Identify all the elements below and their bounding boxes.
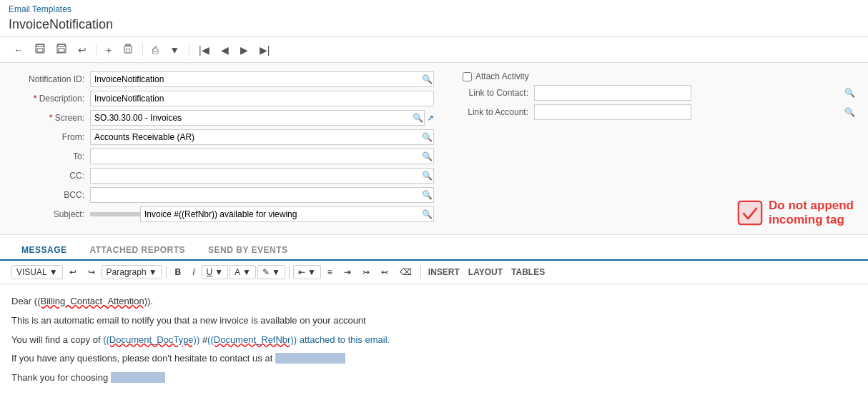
notification-id-search-icon[interactable]: 🔍 [422,74,433,84]
highlight-chevron-icon: ▼ [272,267,280,277]
cc-search-icon[interactable]: 🔍 [422,171,433,181]
to-wrap: 🔍 [90,149,434,164]
bold-button[interactable]: B [170,264,187,280]
link-to-contact-input[interactable] [534,85,691,101]
subject-input[interactable] [140,206,434,222]
align-right-button[interactable]: ⇥ [339,264,356,280]
tables-label[interactable]: TABLES [508,265,548,279]
link-to-account-row: Link to Account: 🔍 [455,104,857,120]
add-button[interactable]: + [101,41,117,59]
font-color-chevron-icon: ▼ [242,267,251,277]
link-to-contact-search-icon[interactable]: 🔍 [844,88,855,98]
bcc-row: BCC: 🔍 [11,187,434,203]
italic-button[interactable]: I [187,264,199,280]
editor-toolbar: VISUAL ▼ ↩ ↪ Paragraph ▼ B I U ▼ A ▼ ✎ ▼… [0,261,868,284]
attach-activity-label: Attach Activity [475,71,529,81]
company-placeholder [111,372,165,383]
bcc-label: BCC: [11,190,90,200]
screen-wrap: 🔍 [90,110,425,126]
prev-button[interactable]: ◀ [216,41,234,59]
save-current-button[interactable] [30,40,50,59]
link-to-account-search-icon[interactable]: 🔍 [844,107,855,117]
from-wrap: 🔍 [90,129,434,145]
link-to-contact-label: Link to Contact: [455,88,534,98]
from-row: From: 🔍 [11,129,434,145]
link-to-account-wrap: 🔍 [534,104,857,120]
copy-button[interactable]: ⎙ [147,41,163,59]
billing-contact-token: ((Billing_Contact_Attention)) [34,296,151,306]
notification-id-wrap: 🔍 [90,71,434,87]
form-left-col: Notification ID: 🔍 Description: Screen: … [11,71,434,226]
editor-body[interactable]: Dear ((Billing_Contact_Attention)). This… [0,284,868,400]
link-to-account-input[interactable] [534,104,691,120]
cc-wrap: 🔍 [90,168,434,184]
toolbar-separator [96,43,97,57]
notification-id-input[interactable] [90,71,434,87]
ed-separator1 [166,266,167,279]
toolbar-separator2 [142,43,143,57]
tab-send-by-events[interactable]: SEND BY EVENTS [198,241,297,259]
doc-type-token: ((Document_DocType)) [103,334,199,345]
screen-row: Screen: 🔍 ↗ [11,110,434,126]
first-button[interactable]: |◀ [194,41,214,59]
align-center-button[interactable]: ≡ [322,264,337,280]
outdent-button[interactable]: ↢ [376,264,393,280]
svg-rect-5 [59,49,64,52]
paragraph-chevron-icon: ▼ [149,267,157,277]
cc-input[interactable] [90,168,434,184]
checkmark-icon [737,200,763,226]
attach-activity-checkbox[interactable] [463,72,472,81]
subject-search-icon[interactable]: 🔍 [422,209,433,219]
tab-message[interactable]: MESSAGE [11,241,77,261]
tab-attached-reports[interactable]: ATTACHED REPORTS [80,241,196,259]
screen-input[interactable] [90,110,425,126]
tabs-bar: MESSAGE ATTACHED REPORTS SEND BY EVENTS [0,235,868,261]
next-button[interactable]: ▶ [235,41,253,59]
last-button[interactable]: ▶| [255,41,275,59]
from-input[interactable] [90,129,434,145]
message-line4: If you have any questions, please don't … [11,351,857,366]
back-button[interactable]: ← [9,41,29,59]
to-input[interactable] [90,149,434,164]
from-search-icon[interactable]: 🔍 [422,132,433,142]
layout-label[interactable]: LAYOUT [465,265,506,279]
screen-external-icon[interactable]: ↗ [427,113,434,123]
paragraph-dropdown[interactable]: Paragraph ▼ [102,265,162,279]
cc-label: CC: [11,171,90,181]
subject-label: Subject: [11,209,90,219]
to-label: To: [11,151,90,161]
align-dropdown[interactable]: ⇤ ▼ [293,265,321,279]
svg-rect-11 [739,201,761,224]
highlight-dropdown[interactable]: ✎ ▼ [257,265,285,279]
insert-label[interactable]: INSERT [425,265,463,279]
message-line5: Thank you for choosing [11,371,857,386]
contact-placeholder [275,353,345,364]
underline-dropdown[interactable]: U ▼ [202,265,229,279]
description-input[interactable] [90,91,434,106]
font-color-dropdown[interactable]: A ▼ [230,265,256,279]
to-search-icon[interactable]: 🔍 [422,151,433,161]
indent-button[interactable]: ↣ [357,264,375,280]
clear-format-button[interactable]: ⌫ [395,264,417,280]
underline-label: U [207,267,213,277]
underline-chevron-icon: ▼ [214,267,223,277]
undo-ed-button[interactable]: ↩ [64,264,82,280]
ed-separator3 [420,266,421,279]
description-label: Description: [11,94,90,104]
toolbar: ← ↩ + ⎙ ▼ |◀ ◀ ▶ ▶| [0,36,868,63]
paragraph-label: Paragraph [107,267,147,277]
description-wrap [90,91,434,106]
svg-rect-8 [124,46,132,53]
save-all-button[interactable] [51,40,71,59]
bcc-input[interactable] [90,187,434,203]
visual-dropdown[interactable]: VISUAL ▼ [11,265,63,279]
copy-dropdown[interactable]: ▼ [164,41,184,59]
breadcrumb[interactable]: Email Templates [0,0,868,16]
delete-button[interactable] [118,40,138,59]
undo-button[interactable]: ↩ [73,41,92,59]
subject-prefix [90,212,140,216]
notification-id-row: Notification ID: 🔍 [11,71,434,87]
redo-ed-button[interactable]: ↪ [83,264,100,280]
screen-search-icon[interactable]: 🔍 [413,113,423,123]
bcc-search-icon[interactable]: 🔍 [422,190,433,200]
